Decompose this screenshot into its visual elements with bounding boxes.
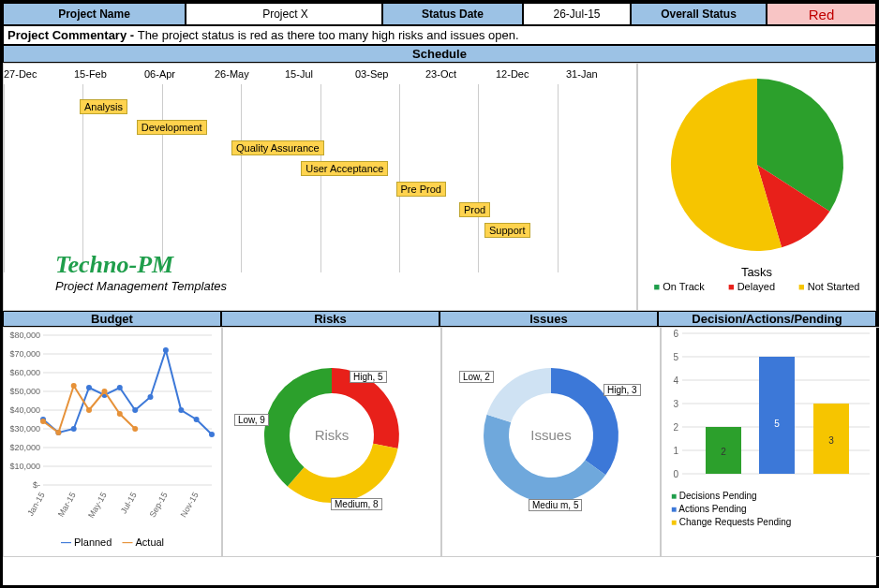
logo: Techno-PM Project Management Templates: [55, 251, 227, 293]
svg-point-19: [194, 417, 200, 422]
svg-point-11: [71, 426, 77, 432]
svg-text:$40,000: $40,000: [9, 405, 40, 415]
svg-text:Sep-15: Sep-15: [148, 491, 170, 519]
axis-tick: 27-Dec: [4, 68, 74, 80]
data-label: Low, 9: [234, 414, 269, 426]
schedule-body: 27-Dec 15-Feb 06-Apr 26-May 15-Jul 03-Se…: [3, 63, 876, 311]
svg-text:0: 0: [673, 469, 678, 479]
quad-titles: Budget Risks Issues Decision/Actions/Pen…: [3, 311, 876, 327]
svg-point-12: [86, 385, 92, 390]
svg-text:Nov-15: Nov-15: [179, 491, 201, 519]
risks-center: Risks: [304, 427, 360, 443]
svg-text:6: 6: [673, 329, 678, 339]
legend-planned: Planned: [61, 537, 112, 548]
commentary-text: The project status is red as there too m…: [138, 28, 519, 42]
budget-legend: Planned Actual: [4, 537, 221, 548]
project-name-label: Project Name: [3, 3, 186, 25]
svg-point-15: [132, 407, 138, 413]
gantt-task: Quality Assurance: [231, 140, 324, 155]
header-row: Project Name Project X Status Date 26-Ju…: [3, 3, 876, 25]
data-label: High, 5: [350, 371, 387, 383]
legend-change-requests: Change Requests Pending: [671, 516, 879, 529]
svg-text:Jul-15: Jul-15: [119, 491, 139, 515]
schedule-title: Schedule: [3, 45, 876, 63]
svg-point-21: [40, 419, 46, 424]
svg-point-16: [148, 394, 154, 400]
svg-point-18: [178, 407, 184, 413]
svg-text:2: 2: [721, 447, 726, 457]
quad-body: $80,000 $70,000 $60,000 $50,000 $40,000 …: [3, 327, 876, 557]
overall-status-value: Red: [767, 3, 876, 25]
svg-point-14: [117, 385, 123, 390]
axis-tick: 23-Oct: [425, 68, 496, 80]
gantt-task: Prod: [459, 202, 490, 217]
svg-text:May-15: May-15: [86, 491, 109, 520]
issues-chart: Issues Low, 2High, 3Mediu m, 5: [441, 327, 661, 557]
legend-actions: Actions Pending: [671, 503, 879, 516]
axis-tick: 06-Apr: [144, 68, 215, 80]
svg-rect-51: [759, 357, 795, 474]
svg-text:$-: $-: [33, 480, 40, 490]
legend-decisions: Decisions Pending: [671, 490, 879, 503]
axis-tick: 26-May: [215, 68, 285, 80]
gantt-task: Development: [137, 120, 207, 135]
risks-chart: Risks High, 5Low, 9Medium, 8: [222, 327, 441, 557]
title-budget: Budget: [3, 311, 221, 327]
axis-tick: 03-Sep: [355, 68, 425, 80]
dashboard: Project Name Project X Status Date 26-Ju…: [0, 0, 879, 588]
title-dap: Decision/Actions/Pending: [658, 311, 876, 327]
legend-actual: Actual: [122, 537, 164, 548]
title-risks: Risks: [221, 311, 440, 327]
svg-text:Jan-15: Jan-15: [25, 491, 46, 518]
legend-delayed: Delayed: [728, 281, 775, 292]
axis-tick: 12-Dec: [496, 68, 566, 80]
project-commentary: Project Commentary - The project status …: [3, 25, 876, 45]
tasks-pie-legend: On Track Delayed Not Started: [642, 281, 872, 292]
svg-text:$60,000: $60,000: [9, 368, 40, 377]
issues-center: Issues: [523, 427, 579, 443]
svg-text:4: 4: [673, 375, 678, 386]
budget-chart: $80,000 $70,000 $60,000 $50,000 $40,000 …: [3, 327, 222, 557]
svg-text:$10,000: $10,000: [9, 462, 40, 471]
svg-text:5: 5: [774, 419, 780, 429]
svg-text:Mar-15: Mar-15: [56, 491, 78, 519]
title-issues: Issues: [440, 311, 658, 327]
svg-text:1: 1: [673, 446, 678, 456]
data-label: Mediu m, 5: [529, 499, 582, 511]
svg-point-24: [86, 407, 92, 413]
project-name-value[interactable]: Project X: [186, 3, 382, 25]
svg-point-20: [209, 432, 215, 437]
svg-point-23: [71, 383, 77, 389]
tasks-pie: Tasks On Track Delayed Not Started: [637, 63, 876, 311]
data-label: Medium, 8: [331, 498, 382, 510]
overall-status-label: Overall Status: [631, 3, 767, 25]
axis-tick: 31-Jan: [566, 68, 636, 80]
legend-on-track: On Track: [654, 281, 705, 292]
commentary-label: Project Commentary -: [7, 28, 138, 42]
gantt-task: Support: [484, 223, 530, 238]
svg-point-22: [55, 430, 61, 435]
tasks-pie-svg: [638, 64, 877, 260]
logo-subtitle: Project Management Templates: [55, 279, 227, 293]
svg-point-25: [102, 389, 108, 394]
svg-text:$20,000: $20,000: [9, 443, 40, 452]
dap-chart: 2 5 3 65 43 21 0 Decisions Pending Actio…: [661, 327, 879, 557]
svg-text:2: 2: [673, 422, 678, 433]
gantt-task: Pre Prod: [396, 182, 446, 197]
svg-text:$80,000: $80,000: [9, 331, 40, 340]
svg-point-17: [163, 347, 169, 353]
gantt-axis: 27-Dec 15-Feb 06-Apr 26-May 15-Jul 03-Se…: [4, 68, 636, 80]
gantt-task: Analysis: [80, 99, 127, 114]
gantt-task: User Acceptance: [301, 161, 388, 176]
svg-point-27: [132, 426, 138, 432]
status-date-value[interactable]: 26-Jul-15: [523, 3, 631, 25]
status-date-label: Status Date: [382, 3, 523, 25]
legend-not-started: Not Started: [798, 281, 859, 292]
data-label: Low, 2: [459, 371, 494, 383]
svg-text:3: 3: [673, 399, 678, 409]
svg-text:3: 3: [828, 435, 834, 446]
gantt-chart: 27-Dec 15-Feb 06-Apr 26-May 15-Jul 03-Se…: [3, 63, 637, 311]
data-label: High, 3: [603, 384, 641, 396]
svg-text:5: 5: [673, 352, 678, 362]
svg-text:$50,000: $50,000: [9, 387, 40, 396]
